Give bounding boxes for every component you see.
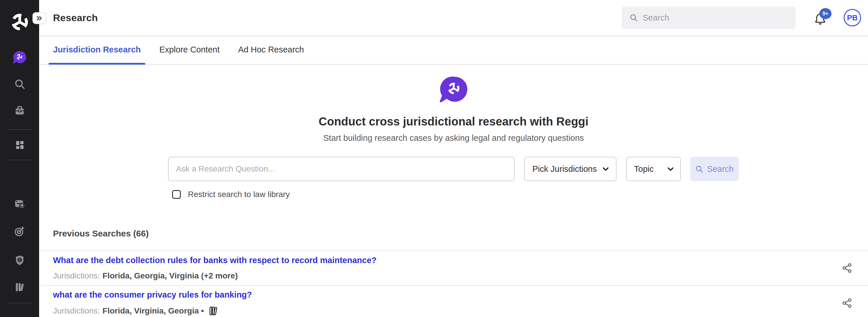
jurisdictions-values: Florida, Georgia, Virginia (+2 more) bbox=[102, 271, 238, 281]
sidebar bbox=[0, 0, 39, 317]
hero-subtitle: Start building research cases by asking … bbox=[39, 133, 868, 143]
app-root: Research 9+ PB Jurisdiction Research Exp… bbox=[0, 0, 868, 317]
previous-search-row: What are the debt collection rules for b… bbox=[39, 251, 868, 286]
previous-search-question-link[interactable]: what are the consumer privacy rules for … bbox=[53, 290, 252, 299]
restrict-law-library-label: Restrict search to law library bbox=[188, 190, 290, 199]
previous-search-row: what are the consumer privacy rules for … bbox=[39, 286, 868, 317]
main-area: Research 9+ PB Jurisdiction Research Exp… bbox=[39, 0, 868, 317]
notification-badge: 9+ bbox=[819, 8, 832, 19]
hero-title: Conduct cross jurisdictional research wi… bbox=[39, 115, 868, 128]
topic-dropdown[interactable]: Topic bbox=[626, 157, 681, 181]
search-button[interactable]: Search bbox=[690, 157, 739, 181]
sidebar-item-dashboard[interactable] bbox=[0, 139, 39, 151]
document-bell-icon bbox=[14, 198, 26, 210]
sidebar-item-cases[interactable] bbox=[0, 105, 39, 117]
pick-jurisdictions-dropdown[interactable]: Pick Jurisdictions bbox=[524, 157, 617, 181]
share-button[interactable] bbox=[842, 297, 852, 309]
sidebar-item-search[interactable] bbox=[0, 78, 39, 90]
library-books-icon bbox=[14, 281, 26, 293]
chevron-down-icon bbox=[666, 165, 675, 173]
pick-jurisdictions-label: Pick Jurisdictions bbox=[532, 164, 597, 174]
reggi-chat-icon bbox=[16, 54, 23, 60]
previous-searches-title: Previous Searches (66) bbox=[53, 229, 854, 250]
global-search-input[interactable] bbox=[643, 13, 788, 23]
jurisdictions-line: Jurisdictions: Florida, Georgia, Virgini… bbox=[53, 271, 377, 281]
research-question-input[interactable] bbox=[168, 157, 515, 181]
sidebar-item-document-alerts[interactable] bbox=[0, 198, 39, 210]
sidebar-divider bbox=[7, 129, 32, 130]
share-button[interactable] bbox=[842, 262, 852, 274]
sidebar-expand-button[interactable] bbox=[32, 12, 46, 24]
sidebar-divider bbox=[7, 160, 32, 160]
tab-bar: Jurisdiction Research Explore Content Ad… bbox=[39, 35, 868, 65]
jurisdictions-label: Jurisdictions: bbox=[53, 271, 100, 281]
avatar[interactable]: PB bbox=[844, 9, 861, 26]
previous-searches-section: Previous Searches (66) What are the debt… bbox=[39, 219, 868, 317]
target-arrow-icon bbox=[14, 225, 26, 237]
sidebar-item-reggi-chat[interactable] bbox=[0, 51, 39, 64]
sidebar-item-goals[interactable] bbox=[0, 225, 39, 237]
share-icon bbox=[842, 297, 852, 309]
jurisdictions-line: Jurisdictions: Florida, Virginia, Georgi… bbox=[53, 306, 252, 316]
notifications-button[interactable]: 9+ bbox=[813, 10, 827, 26]
sidebar-divider bbox=[7, 303, 32, 304]
sidebar-item-compliance[interactable] bbox=[0, 255, 39, 266]
briefcase-icon bbox=[14, 105, 26, 117]
dashboard-grid-icon bbox=[14, 139, 26, 151]
search-icon bbox=[629, 13, 638, 22]
jurisdictions-label: Jurisdictions: bbox=[53, 306, 100, 316]
tab-explore-content[interactable]: Explore Content bbox=[155, 35, 224, 64]
tab-jurisdiction-research[interactable]: Jurisdiction Research bbox=[49, 35, 145, 64]
page-title: Research bbox=[53, 12, 98, 24]
search-icon bbox=[695, 165, 704, 173]
reggi-bubble-logo-icon bbox=[440, 76, 468, 103]
global-search-box[interactable] bbox=[622, 6, 796, 29]
chevron-down-icon bbox=[602, 165, 610, 173]
restrict-search-row: Restrict search to law library bbox=[168, 190, 739, 199]
share-icon bbox=[842, 262, 852, 274]
sidebar-item-law-library[interactable] bbox=[0, 281, 39, 293]
topic-label: Topic bbox=[634, 164, 654, 174]
previous-searches-header: Previous Searches (66) bbox=[39, 219, 868, 251]
restrict-law-library-checkbox[interactable] bbox=[172, 190, 181, 199]
jurisdictions-values: Florida, Virginia, Georgia • bbox=[102, 306, 204, 316]
tab-ad-hoc-research[interactable]: Ad Hoc Research bbox=[234, 35, 308, 64]
research-controls: Pick Jurisdictions Topic Search bbox=[168, 157, 739, 181]
search-icon bbox=[14, 78, 26, 90]
law-library-indicator-icon bbox=[209, 306, 217, 316]
shield-globe-icon bbox=[14, 255, 26, 266]
double-chevron-right-icon bbox=[36, 15, 43, 22]
top-bar: Research 9+ PB bbox=[39, 0, 868, 35]
search-button-label: Search bbox=[707, 164, 734, 174]
hero-section: Conduct cross jurisdictional research wi… bbox=[39, 65, 868, 199]
previous-search-question-link[interactable]: What are the debt collection rules for b… bbox=[53, 256, 377, 265]
